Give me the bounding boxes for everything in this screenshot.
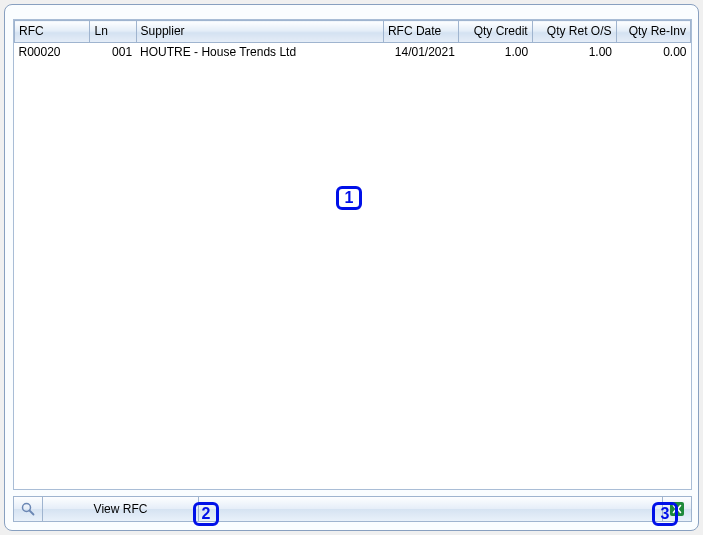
cell-qty-ret-os: 1.00 (532, 43, 616, 62)
cell-rfc: R00020 (15, 43, 90, 62)
cell-qty-reinv: 0.00 (616, 43, 690, 62)
col-qty-reinv[interactable]: Qty Re-Inv (616, 21, 690, 43)
rfc-panel: RFC Ln Supplier RFC Date Qty Credit Qty … (4, 4, 699, 531)
search-button[interactable] (13, 496, 43, 522)
cell-rfc-date: 14/01/2021 (383, 43, 458, 62)
table-row[interactable]: R00020 001 HOUTRE - House Trends Ltd 14/… (15, 43, 691, 62)
cell-qty-credit: 1.00 (459, 43, 532, 62)
svg-line-1 (30, 511, 34, 515)
bottom-toolbar: View RFC (13, 496, 692, 522)
col-rfc[interactable]: RFC (15, 21, 90, 43)
col-qty-credit[interactable]: Qty Credit (459, 21, 532, 43)
col-qty-ret-os[interactable]: Qty Ret O/S (532, 21, 616, 43)
view-rfc-label: View RFC (94, 502, 148, 516)
cell-ln: 001 (90, 43, 136, 62)
col-rfc-date[interactable]: RFC Date (383, 21, 458, 43)
magnifier-icon (21, 502, 35, 516)
rfc-grid[interactable]: RFC Ln Supplier RFC Date Qty Credit Qty … (13, 19, 692, 490)
col-ln[interactable]: Ln (90, 21, 136, 43)
annotation-marker-2: 2 (193, 502, 219, 526)
toolbar-spacer (199, 496, 662, 522)
rfc-table: RFC Ln Supplier RFC Date Qty Credit Qty … (14, 20, 691, 61)
cell-supplier: HOUTRE - House Trends Ltd (136, 43, 383, 62)
annotation-marker-1: 1 (336, 186, 362, 210)
annotation-marker-3: 3 (652, 502, 678, 526)
header-row: RFC Ln Supplier RFC Date Qty Credit Qty … (15, 21, 691, 43)
view-rfc-button[interactable]: View RFC (43, 496, 199, 522)
col-supplier[interactable]: Supplier (136, 21, 383, 43)
